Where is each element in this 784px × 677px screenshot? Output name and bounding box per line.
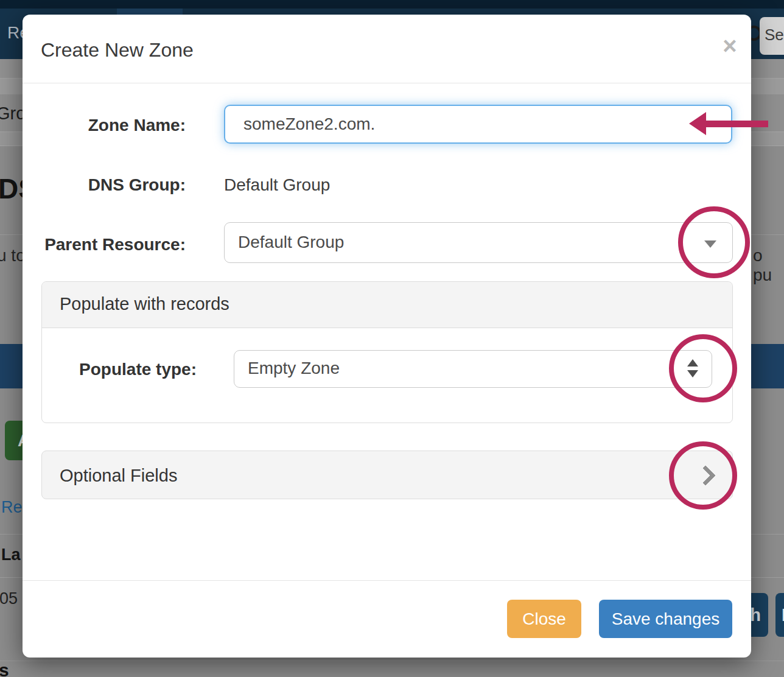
page-tab-fragment: Gro <box>0 103 26 124</box>
table-cell-fragment: 05 <box>0 589 18 608</box>
annotation-circle-optional-fields <box>669 441 737 510</box>
row-action-button2-fragment: D <box>775 593 784 637</box>
annotation-arrow-icon <box>689 112 706 135</box>
create-new-zone-modal: Create New Zone × Zone Name: DNS Group: … <box>23 15 751 658</box>
description-text-left-fragment: u to <box>0 246 26 265</box>
annotation-circle-populate-type <box>669 334 737 402</box>
modal-header-divider <box>23 83 751 83</box>
parent-resource-label: Parent Resource: <box>23 235 186 254</box>
optional-fields-title: Optional Fields <box>60 466 177 486</box>
refresh-link-fragment: Re <box>1 498 23 517</box>
populate-type-label: Populate type: <box>42 360 197 379</box>
save-changes-button[interactable]: Save changes <box>599 600 732 638</box>
annotation-circle-parent-resource <box>678 206 750 278</box>
parent-resource-select[interactable]: Default Group <box>224 222 733 263</box>
populate-with-records-panel: Populate with records Populate type: Emp… <box>41 281 733 423</box>
populate-panel-header[interactable]: Populate with records <box>42 282 732 328</box>
modal-footer-divider <box>23 580 751 581</box>
optional-fields-panel[interactable]: Optional Fields <box>41 451 733 499</box>
parent-resource-selected-value: Default Group <box>238 233 344 252</box>
description-text-right-fragment: o pu <box>753 246 784 285</box>
populate-type-select[interactable]: Empty Zone <box>234 350 712 388</box>
table-column-header-fragment: La <box>1 545 21 564</box>
dns-group-value: Default Group <box>224 175 330 195</box>
populate-panel-title: Populate with records <box>60 294 229 314</box>
zone-name-input[interactable] <box>224 105 732 144</box>
dns-group-label: DNS Group: <box>23 175 186 195</box>
screenshot-root: Re Sea Gro DS u to o pu A Re La 05 sh D … <box>0 0 784 677</box>
row-action-button2-label: D <box>782 605 784 625</box>
annotation-arrow-shaft <box>705 121 768 127</box>
section-title-fragment: s <box>0 660 9 677</box>
close-button[interactable]: Close <box>507 600 581 638</box>
populate-type-selected-value: Empty Zone <box>248 359 340 378</box>
os-top-bar <box>0 0 784 9</box>
zone-name-label: Zone Name: <box>23 116 186 135</box>
close-icon[interactable]: × <box>716 33 743 60</box>
search-placeholder-fragment: Sea <box>765 26 784 44</box>
divider <box>0 661 784 661</box>
modal-title: Create New Zone <box>41 39 194 61</box>
